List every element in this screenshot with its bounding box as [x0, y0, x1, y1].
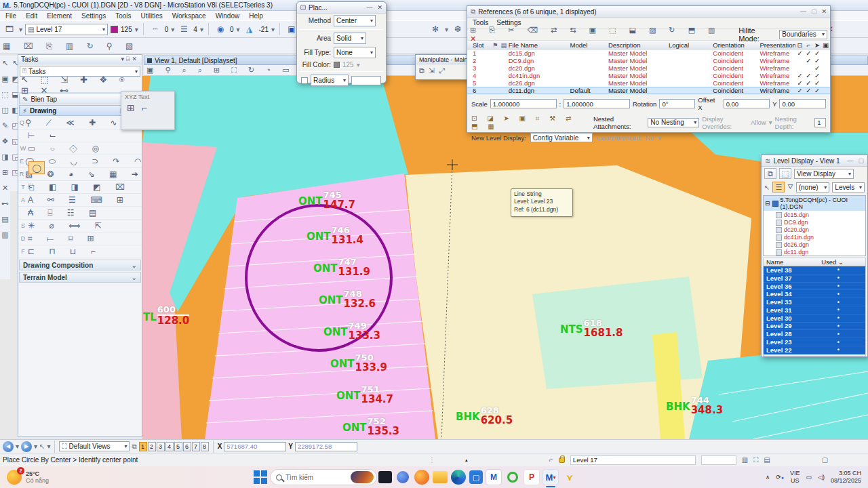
level-row[interactable]: Level 34•	[764, 290, 865, 298]
x-coordinate-field[interactable]: 571687.40	[224, 442, 286, 451]
firefox-icon[interactable]	[414, 469, 430, 485]
minimize-icon[interactable]: —	[366, 4, 372, 11]
georeferenced-value[interactable]: No	[646, 134, 654, 142]
locate-check[interactable]: ✓	[813, 87, 822, 94]
new-level-display-combo[interactable]: Config Variable▾	[530, 133, 593, 142]
display-check[interactable]: ✓	[795, 87, 804, 94]
tool-row[interactable]: S ✳ ⌀ ⟺ ⇱	[18, 220, 142, 232]
level-display-titlebar[interactable]: ≋ Level Display - View 1 —▢	[762, 155, 867, 167]
tool-row[interactable]: D ⌗ ⟝ ⌑ ⊞	[18, 232, 142, 245]
snap-check[interactable]: ✓	[804, 57, 813, 64]
snap-mode-icon[interactable]: ⌐	[549, 456, 553, 464]
tool-row-icons[interactable]: ⌗ ⟝ ⌑ ⊞	[28, 234, 100, 243]
change-level-icon[interactable]: ⬚	[779, 168, 791, 179]
menu-tools[interactable]: Tools	[115, 12, 131, 20]
area-combo[interactable]: Solid▾	[334, 33, 366, 44]
scale1-input[interactable]: 1.000000	[490, 99, 557, 108]
terrain-model-bar[interactable]: Terrain Model⌄	[19, 272, 141, 283]
tree-item[interactable]: dc41in.dgn	[764, 233, 865, 241]
status-icon-1[interactable]: ▥	[742, 456, 748, 464]
reference-row[interactable]: 2 DC9.dgn Master Model Coincident Wirefr…	[467, 57, 830, 64]
display-check[interactable]: ✓	[795, 49, 804, 57]
level-row[interactable]: Level 33•	[764, 298, 865, 306]
level-row[interactable]: Level 36•	[764, 283, 865, 291]
keypad-icon[interactable]: ⊞	[127, 102, 142, 113]
tree-item[interactable]: dc15.dgn	[764, 211, 865, 218]
lock-col-icon[interactable]: ▣	[821, 41, 830, 49]
close-icon[interactable]: ✕	[377, 4, 382, 11]
edge-icon[interactable]	[450, 469, 467, 485]
lock-icon[interactable]	[559, 458, 565, 463]
language-indicator[interactable]: VIEUS	[790, 470, 800, 485]
tool-row[interactable]: T ⎗ ◧ ◨ ◩ ⌧	[18, 181, 142, 194]
view-number-button[interactable]: 5	[174, 442, 182, 451]
menu-utilities[interactable]: Utilities	[141, 12, 163, 20]
fill-type-combo[interactable]: None▾	[334, 47, 376, 58]
active-element-icon[interactable]: 🗔	[3, 23, 16, 36]
reference-row[interactable]: 3 dc20.dgn Master Model Coincident Wiref…	[467, 64, 830, 72]
display-check[interactable]: ✓	[795, 72, 804, 79]
locate-check[interactable]: ✓	[813, 79, 822, 87]
refs-attach-setting-icons[interactable]: ⊡ ◪ ➤ ▣ ⌗ ⚒ ⇄ ⬒ ▦	[471, 115, 591, 130]
tool-row-icons[interactable]: ⊏ ⊓ ⊔ ⌐	[28, 247, 102, 256]
device-icon[interactable]: ▭	[806, 474, 812, 481]
line-weight-value[interactable]: 4	[193, 26, 197, 33]
tool-row-icons[interactable]: ⎗ ◧ ◨ ◩ ⌧	[28, 182, 131, 192]
level-row[interactable]: Level 28•	[764, 330, 865, 338]
fill-color-value[interactable]: 125	[342, 61, 354, 68]
tool-row[interactable]: A A ⚯ ☰ ⌨ ⊞	[18, 194, 142, 207]
tool-row-icons[interactable]: ₳ ⌸ ☷ ▤	[28, 208, 102, 218]
nesting-depth-input[interactable]: 1	[814, 118, 826, 127]
tool-row[interactable]: F ⊏ ⊓ ⊔ ⌐	[18, 245, 142, 258]
reference-row[interactable]: 6 dc11.dgn Default Master Model Coincide…	[467, 87, 830, 94]
line-weight-icon[interactable]: ☰	[177, 23, 191, 36]
scale2-input[interactable]: 1.000000	[564, 99, 630, 108]
tool-row[interactable]: ⊢ ⌙	[18, 129, 142, 142]
search-highlight-image[interactable]	[351, 471, 374, 483]
view-toggle-icon[interactable]: ⧉	[132, 443, 136, 451]
tree-item[interactable]: dc26.dgn	[764, 241, 865, 248]
radius-combo[interactable]: Radius▾	[311, 75, 349, 86]
aux-icon-2[interactable]: ❆	[451, 23, 465, 36]
status-icon-4[interactable]: ▢	[822, 456, 828, 464]
transparency-value[interactable]: 0	[230, 26, 234, 33]
menu-workspace[interactable]: Workspace	[172, 12, 206, 20]
display-col-icon[interactable]: ⊡	[795, 41, 804, 49]
reference-row[interactable]: 4 dc41in.dgn Master Model Coincident Wir…	[467, 72, 830, 79]
priority-value[interactable]: -21	[259, 26, 269, 33]
teams-icon[interactable]	[395, 469, 411, 485]
line-style-value[interactable]: 0	[165, 26, 169, 33]
docked-toolframe-left-1[interactable]: ↖▣⬚◫✎❖◨⊞✕⊷▤▥	[0, 56, 10, 279]
search-box[interactable]: Tìm kiếm	[270, 469, 377, 485]
aux-icon-1[interactable]: ✻	[429, 23, 442, 36]
view-number-button[interactable]: 7	[192, 442, 200, 451]
minimize-icon[interactable]: —	[847, 157, 853, 164]
tree-item[interactable]: DC9.dgn	[764, 218, 865, 226]
copy-icon[interactable]: ⧉	[419, 66, 425, 75]
close-icon[interactable]: ✕	[821, 8, 827, 15]
line-style-icon[interactable]: ┄	[149, 23, 162, 36]
move-icon[interactable]: ⇲	[429, 66, 435, 75]
app-yellow-icon[interactable]: ⋎	[561, 469, 578, 485]
radius-input[interactable]	[351, 76, 381, 85]
display-check[interactable]: ✓	[795, 79, 804, 87]
reference-row[interactable]: 5 dc26.dgn Master Model Coincident Wiref…	[467, 79, 830, 87]
locate-check[interactable]: ✓	[813, 49, 822, 57]
tool-row[interactable]: ₳ ⌸ ☷ ▤	[18, 207, 142, 220]
filter-icon[interactable]: ⛛	[787, 183, 793, 191]
nested-combo[interactable]: No Nesting▾	[648, 118, 699, 127]
reference-row[interactable]: 1 dc15.dgn Master Model Coincident Wiref…	[467, 49, 830, 57]
snap-check[interactable]: ✓	[804, 72, 813, 79]
level-list-header[interactable]: Name Used ⌄	[763, 258, 866, 266]
pointer-icon[interactable]: ↖	[764, 184, 770, 191]
view-number-button[interactable]: 8	[201, 442, 209, 451]
level-row[interactable]: Level 38•	[764, 266, 865, 274]
menu-window[interactable]: Window	[216, 12, 240, 20]
tree-item[interactable]: dc11.dgn	[764, 248, 865, 256]
view-number-button[interactable]: 4	[165, 442, 174, 451]
apply-to-views-icon[interactable]: ⧉	[764, 168, 776, 179]
tree-root[interactable]: ⊟ 5.TongDCQH(pc) - CUOI (1).DGN	[764, 196, 865, 211]
task-view-button[interactable]	[378, 471, 392, 483]
tray-expand-icon[interactable]: ∧	[766, 474, 770, 481]
scale-icon[interactable]: ⤢	[439, 66, 445, 75]
